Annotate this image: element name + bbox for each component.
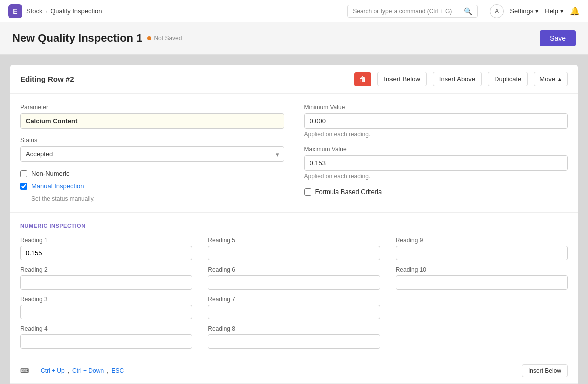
move-button[interactable]: Move ▲: [534, 72, 568, 86]
breadcrumb-stock[interactable]: Stock: [26, 7, 43, 15]
breadcrumb: Stock › Quality Inspection: [26, 7, 102, 15]
reading-6-label: Reading 6: [208, 266, 380, 273]
delete-button[interactable]: 🗑: [354, 72, 371, 86]
reading-3-input[interactable]: [20, 305, 192, 319]
status-group: Status Accepted Rejected Pending ▾: [20, 137, 284, 162]
manual-inspection-subtext: Set the status manually.: [31, 195, 284, 202]
reading-9-input[interactable]: [396, 246, 568, 260]
reading-4-group: Reading 4: [20, 325, 192, 349]
form-area: Parameter Status Accepted Rejected Pendi…: [10, 94, 578, 212]
insert-above-button[interactable]: Insert Above: [433, 72, 482, 86]
page-title-row: New Quality Inspection 1 Not Saved: [12, 32, 182, 45]
keyboard-icon: ⌨: [20, 367, 29, 374]
parameter-input[interactable]: [20, 113, 284, 129]
app-icon: E: [8, 4, 22, 18]
status-label: Status: [20, 137, 284, 144]
reading-9-group: Reading 9: [396, 237, 568, 260]
manual-inspection-group: Manual Inspection Set the status manuall…: [20, 182, 284, 202]
status-select[interactable]: Accepted Rejected Pending: [20, 146, 284, 162]
reading-5-label: Reading 5: [208, 237, 380, 244]
reading-8-label: Reading 8: [208, 325, 380, 332]
max-value-group: Maximum Value Applied on each reading.: [304, 146, 568, 180]
insert-below-button[interactable]: Insert Below: [377, 72, 427, 86]
parameter-group: Parameter: [20, 104, 284, 129]
max-value-label: Maximum Value: [304, 146, 568, 153]
reading-7-label: Reading 7: [208, 296, 380, 303]
form-left: Parameter Status Accepted Rejected Pendi…: [20, 104, 284, 202]
reading-8-input[interactable]: [208, 334, 380, 349]
parameter-label: Parameter: [20, 104, 284, 111]
non-numeric-label: Non-Numeric: [31, 170, 70, 177]
help-button[interactable]: Help ▾: [545, 7, 564, 15]
reading-1-input[interactable]: [20, 246, 192, 260]
manual-inspection-row: Manual Inspection: [20, 182, 284, 190]
manual-inspection-checkbox[interactable]: [20, 183, 27, 190]
ctrl-down-shortcut[interactable]: Ctrl + Down: [72, 367, 104, 374]
insert-below-bottom-button[interactable]: Insert Below: [522, 364, 568, 377]
status-select-wrap: Accepted Rejected Pending ▾: [20, 146, 284, 162]
reading-6-input[interactable]: [208, 275, 380, 290]
unsaved-dot: [147, 36, 151, 40]
esc-shortcut[interactable]: ESC: [111, 367, 124, 374]
min-applied-text: Applied on each reading.: [304, 131, 568, 138]
reading-2-label: Reading 2: [20, 266, 192, 273]
max-value-input[interactable]: [304, 155, 568, 171]
max-applied-text: Applied on each reading.: [304, 173, 568, 180]
reading-10-input[interactable]: [396, 275, 568, 290]
formula-criteria-checkbox[interactable]: [304, 188, 311, 196]
avatar: A: [490, 4, 504, 18]
top-nav: E Stock › Quality Inspection 🔍 A Setting…: [0, 0, 588, 22]
reading-10-label: Reading 10: [396, 266, 568, 273]
reading-8-group: Reading 8: [208, 325, 380, 349]
reading-5-input[interactable]: [208, 246, 380, 260]
reading-3-label: Reading 3: [20, 296, 192, 303]
readings-grid: Reading 1 Reading 5 Reading 9 Reading 2: [20, 237, 568, 349]
main-content: Editing Row #2 🗑 Insert Below Insert Abo…: [0, 55, 588, 384]
editing-panel: Editing Row #2 🗑 Insert Below Insert Abo…: [10, 65, 578, 384]
page-header: New Quality Inspection 1 Not Saved Save: [0, 22, 588, 55]
keyboard-bar: ⌨ — Ctrl + Up , Ctrl + Down , ESC Insert…: [10, 359, 578, 382]
chevron-up-icon: ▲: [557, 76, 562, 82]
search-box: 🔍: [347, 5, 478, 18]
reading-10-group: Reading 10: [396, 266, 568, 290]
comma-1: ,: [68, 367, 69, 374]
reading-4-label: Reading 4: [20, 325, 192, 332]
dash: —: [32, 367, 38, 374]
reading-2-group: Reading 2: [20, 266, 192, 290]
nav-right: A Settings ▾ Help ▾ 🔔: [490, 4, 580, 18]
reading-3-group: Reading 3: [20, 296, 192, 319]
reading-empty-1: [396, 296, 568, 319]
notifications-icon[interactable]: 🔔: [570, 6, 580, 16]
reading-5-group: Reading 5: [208, 237, 380, 260]
min-value-input[interactable]: [304, 113, 568, 129]
formula-criteria-label: Formula Based Criteria: [315, 188, 382, 196]
numeric-section: NUMERIC INSPECTION Reading 1 Reading 5 R…: [10, 212, 578, 359]
formula-criteria-row: Formula Based Criteria: [304, 188, 568, 196]
editing-header: Editing Row #2 🗑 Insert Below Insert Abo…: [10, 65, 578, 94]
reading-6-group: Reading 6: [208, 266, 380, 290]
min-value-label: Minimum Value: [304, 104, 568, 111]
reading-7-group: Reading 7: [208, 296, 380, 319]
page-title: New Quality Inspection 1: [12, 32, 142, 45]
reading-4-input[interactable]: [20, 334, 192, 349]
non-numeric-row: Non-Numeric: [20, 170, 284, 177]
search-icon: 🔍: [464, 7, 472, 15]
reading-7-input[interactable]: [208, 305, 380, 319]
settings-button[interactable]: Settings ▾: [510, 7, 539, 15]
non-numeric-checkbox[interactable]: [20, 170, 27, 177]
reading-empty-2: [396, 325, 568, 349]
save-button[interactable]: Save: [540, 30, 576, 46]
reading-2-input[interactable]: [20, 275, 192, 290]
ctrl-up-shortcut[interactable]: Ctrl + Up: [41, 367, 65, 374]
nav-search: 🔍 A Settings ▾ Help ▾ 🔔: [347, 4, 580, 18]
editing-row-title: Editing Row #2: [20, 75, 348, 83]
form-right: Minimum Value Applied on each reading. M…: [304, 104, 568, 202]
search-input[interactable]: [353, 8, 464, 15]
duplicate-button[interactable]: Duplicate: [488, 72, 528, 86]
breadcrumb-quality-inspection: Quality Inspection: [50, 7, 102, 15]
not-saved-badge: Not Saved: [147, 35, 182, 42]
min-value-group: Minimum Value Applied on each reading.: [304, 104, 568, 138]
reading-1-label: Reading 1: [20, 237, 192, 244]
breadcrumb-chevron-1: ›: [46, 8, 48, 14]
reading-1-group: Reading 1: [20, 237, 192, 260]
